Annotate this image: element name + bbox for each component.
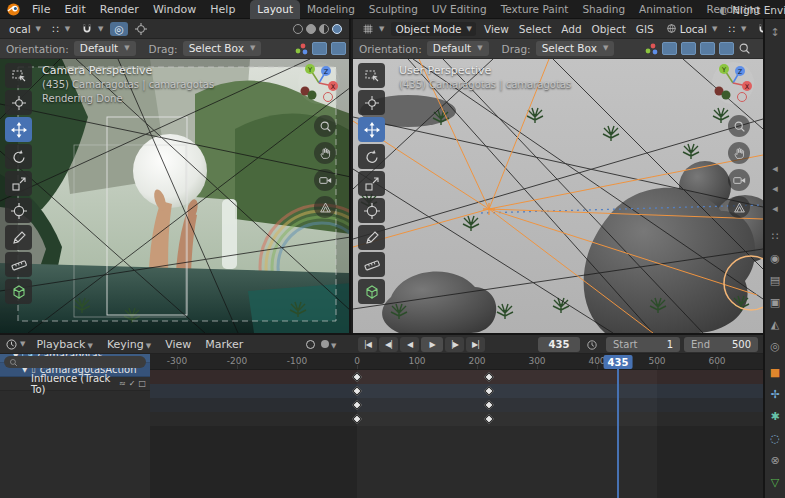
tool-add-cube[interactable] (358, 279, 385, 304)
tool-transform[interactable] (5, 198, 32, 223)
channel-influence-track-to-[interactable]: Influence (Track To)≈✓□ (0, 377, 150, 391)
camera-icon[interactable] (728, 169, 750, 191)
workspace-tab-modeling[interactable]: Modeling (300, 0, 362, 19)
previous-keyframe-button[interactable]: ◀| (379, 337, 398, 352)
tool-rotate[interactable] (5, 144, 32, 169)
enabled-checkbox[interactable]: ✓ (129, 379, 136, 388)
shading-toggle[interactable] (719, 42, 734, 55)
workspace-tab-texture-paint[interactable]: Texture Paint (494, 0, 576, 19)
frame-end-field[interactable]: End500 (684, 337, 758, 352)
xray-toggle[interactable] (700, 42, 715, 55)
pivot-point-dropdown[interactable]: ∷▼ (724, 22, 750, 36)
workspace-tab-sculpting[interactable]: Sculpting (362, 0, 425, 19)
modifier-icon[interactable]: ≈ (119, 379, 126, 388)
gizmo-axes-icon[interactable] (644, 43, 658, 55)
keying-set-dropdown[interactable]: ▼ (321, 338, 336, 351)
tool-tab[interactable]: ∷ (765, 227, 785, 245)
shading-material-icon[interactable] (319, 24, 329, 34)
drag-select[interactable]: Select Box▼ (183, 41, 262, 56)
zoom-icon[interactable] (728, 115, 750, 137)
lock-icon[interactable]: □ (138, 379, 146, 388)
tool-annotate[interactable] (358, 225, 385, 250)
tool-select-box[interactable] (358, 63, 385, 88)
show-overlays-toggle[interactable] (331, 42, 346, 55)
editor-resize-arrows[interactable]: ↕ (765, 23, 785, 41)
object-tab[interactable]: ■ (765, 363, 785, 381)
mode-dropdown[interactable]: Object Mode▼ (391, 22, 476, 36)
snap-magnet-toggle[interactable]: ▼ (77, 22, 107, 36)
timeline-menu-view[interactable]: View (158, 338, 198, 351)
zoom-icon[interactable] (314, 115, 336, 137)
collapse-arrow-2[interactable]: ◂ (765, 179, 785, 197)
gizmo-toggle[interactable] (131, 22, 151, 36)
shading-wireframe-icon[interactable] (293, 24, 303, 34)
workspace-tab-shading[interactable]: Shading (575, 0, 632, 19)
timeline-menu-keying[interactable]: Keying▼ (100, 338, 158, 351)
frame-start-field[interactable]: Start1 (606, 337, 680, 352)
menu-edit[interactable]: Edit (57, 0, 92, 19)
modifier-tab[interactable]: ✢ (765, 385, 785, 403)
play-button[interactable]: ▶ (421, 337, 443, 352)
orientation-select[interactable]: Default▼ (427, 41, 489, 56)
render-tab[interactable]: ◉ (765, 249, 785, 267)
viewport-menu-object[interactable]: Object (587, 23, 631, 35)
tool-select-box[interactable] (5, 63, 32, 88)
output-tab[interactable]: ▤ (765, 271, 785, 289)
right-viewport-canvas[interactable] (353, 59, 763, 333)
shading-rendered-icon[interactable] (332, 24, 342, 34)
workspace-tab-animation[interactable]: Animation (632, 0, 700, 19)
editor-type-dropdown[interactable]: ▼ (5, 338, 25, 351)
tool-annotate[interactable] (5, 225, 32, 250)
viewport-left[interactable]: ocal▼ ∷▼ ▼ ◎ Orientation: Default▼ Drag:… (0, 19, 351, 333)
grid-icon[interactable] (314, 196, 336, 218)
hand-icon[interactable] (314, 142, 336, 164)
menu-render[interactable]: Render (93, 0, 146, 19)
snap-magnet-toggle[interactable]: ▼ (753, 22, 763, 36)
workspace-tab-layout[interactable]: Layout (250, 0, 300, 19)
current-frame-line[interactable] (617, 368, 619, 498)
pivot-point-dropdown[interactable]: ∷▼ (48, 22, 74, 36)
channel-search-field[interactable] (4, 356, 146, 368)
tool-cursor[interactable] (5, 90, 32, 115)
show-gizmo-toggle[interactable] (312, 42, 327, 55)
physics-tab[interactable]: ◌ (765, 429, 785, 447)
show-gizmo-toggle[interactable] (662, 42, 677, 55)
show-overlays-toggle[interactable] (681, 42, 696, 55)
timeline-menu-marker[interactable]: Marker (198, 338, 250, 351)
navigation-gizmo[interactable]: Y Z X (711, 61, 755, 108)
blender-logo-icon[interactable] (6, 2, 21, 17)
timeline-menu-playback[interactable]: Playback▼ (29, 338, 99, 351)
collapse-arrow-1[interactable]: ◂ (765, 159, 785, 177)
tool-move[interactable] (5, 117, 32, 142)
tool-scale[interactable] (5, 171, 32, 196)
navigation-gizmo[interactable]: Y Z X (297, 61, 341, 108)
orientation-select[interactable]: Default▼ (74, 41, 136, 56)
viewport-right[interactable]: ▼ Object Mode▼ ViewSelectAddObjectGIS Lo… (353, 19, 763, 333)
current-frame-indicator[interactable]: 435 (604, 355, 633, 369)
scene-tab[interactable]: ◭ (765, 315, 785, 333)
orientation-dropdown-truncated[interactable]: ocal▼ (5, 22, 45, 36)
jump-to-start-button[interactable]: |◀ (358, 337, 377, 352)
tool-move[interactable] (358, 117, 385, 142)
particles-tab[interactable]: ✱ (765, 407, 785, 425)
menu-file[interactable]: File (25, 0, 57, 19)
viewport-menu-gis[interactable]: GIS (631, 23, 659, 35)
next-keyframe-button[interactable]: |▶ (445, 337, 464, 352)
tool-measure[interactable] (358, 252, 385, 277)
collapse-arrow-3[interactable]: ◂ (765, 199, 785, 217)
auto-key-record-button[interactable] (306, 340, 315, 349)
right-viewport-scene[interactable] (353, 59, 763, 333)
tool-add-cube[interactable] (5, 279, 32, 304)
data-tab[interactable]: ▽ (765, 473, 785, 491)
viewport-menu-view[interactable]: View (479, 23, 514, 35)
tool-transform[interactable] (358, 198, 385, 223)
editor-type-dropdown[interactable]: ▼ (358, 22, 388, 36)
tool-rotate[interactable] (358, 144, 385, 169)
menu-help[interactable]: Help (203, 0, 242, 19)
grid-icon[interactable] (728, 196, 750, 218)
viewlayer-tab[interactable]: ▣ (765, 293, 785, 311)
jump-to-end-button[interactable]: ▶| (466, 337, 485, 352)
drag-select[interactable]: Select Box▼ (536, 41, 615, 56)
timeline-editor[interactable]: ▼ Playback▼Keying▼ViewMarker ▼ |◀◀|◀▶|▶▶… (0, 333, 763, 498)
tool-cursor[interactable] (358, 90, 385, 115)
